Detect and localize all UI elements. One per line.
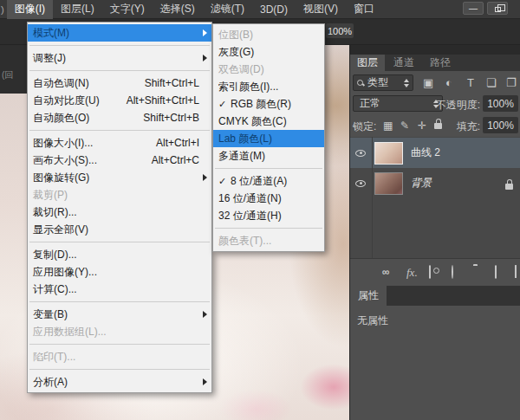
image-menu-separator	[29, 45, 210, 46]
menubar-item-8[interactable]: 窗口	[346, 0, 382, 19]
tab-properties[interactable]: 属性	[350, 286, 387, 306]
layer-filter-kind-dropdown[interactable]: 类型	[353, 74, 413, 91]
menu-item-label: 多通道(M)	[218, 149, 265, 164]
menubar-item-7[interactable]: 视图(V)	[296, 0, 346, 19]
fill-value-field[interactable]: 100%	[483, 117, 518, 133]
blend-mode-dropdown[interactable]: 正常	[353, 95, 443, 112]
tab-layers[interactable]: 图层	[350, 55, 385, 71]
layer-name[interactable]: 曲线 2	[411, 145, 440, 160]
lock-all-button[interactable]	[434, 120, 442, 132]
tab-channels[interactable]: 通道	[387, 55, 421, 71]
menu-item-label: Lab 颜色(L)	[218, 132, 272, 146]
toolbar-fragment-text: (回	[2, 69, 13, 81]
lock-position-icon[interactable]: ✛	[418, 120, 426, 132]
type-layer-filter-icon[interactable]: T	[467, 74, 474, 91]
menu-item-label: 16 位/通道(N)	[218, 191, 282, 206]
layer-filter-row: 类型 ▣◐T❏❐	[350, 73, 520, 93]
menu-item-label: 裁剪(P)	[33, 188, 68, 203]
menubar: ) 图像(I)图层(L)文字(Y)选择(S)滤镜(T)3D(D)视图(V)窗口 …	[0, 0, 520, 19]
image-menu-item-1[interactable]: 模式(M)	[28, 24, 211, 42]
minimize-button[interactable]: —	[463, 2, 484, 15]
menu-item-label: 自动颜色(O)	[33, 111, 89, 126]
mode-submenu-item-7[interactable]: Lab 颜色(L)	[213, 130, 324, 147]
submenu-arrow-icon	[203, 311, 207, 318]
tab-paths[interactable]: 路径	[423, 55, 458, 71]
eye-column-divider	[372, 137, 373, 258]
smart-object-filter-icon[interactable]: ❐	[506, 74, 517, 91]
image-menu-item-18[interactable]: 计算(C)...	[28, 281, 211, 298]
image-menu-item-7[interactable]: 自动颜色(O)Shift+Ctrl+B	[28, 109, 211, 126]
zoom-level-field[interactable]: 100%	[326, 23, 354, 38]
menu-item-shortcut: Alt+Ctrl+C	[141, 154, 199, 166]
menubar-item-1[interactable]: 图像(I)	[7, 0, 53, 19]
dropdown-spinner-icon	[404, 79, 409, 87]
submenu-arrow-icon	[203, 378, 207, 385]
mode-submenu-item-8[interactable]: 多通道(M)	[213, 147, 324, 165]
image-menu-item-17[interactable]: 应用图像(Y)...	[28, 263, 211, 281]
menu-item-label: 颜色表(T)...	[218, 234, 271, 249]
lock-label: 锁定:	[353, 120, 376, 134]
restore-button[interactable]	[487, 2, 508, 15]
image-menu-item-6[interactable]: 自动对比度(U)Alt+Shift+Ctrl+L	[28, 92, 211, 109]
layer-row-curves-2[interactable]: 曲线 2	[350, 138, 520, 168]
menu-item-shortcut: Alt+Shift+Ctrl+L	[116, 94, 199, 107]
image-menu-item-20[interactable]: 变量(B)	[28, 306, 211, 323]
menubar-item-3[interactable]: 文字(Y)	[102, 0, 153, 19]
layers-panel-footer: ∞ fx.	[350, 258, 520, 286]
menubar-item-6[interactable]: 3D(D)	[252, 0, 296, 19]
image-menu-item-25[interactable]: 分析(A)	[28, 373, 211, 391]
mode-submenu-item-12[interactable]: 32 位/通道(H)	[213, 207, 324, 224]
add-layer-mask-icon[interactable]	[429, 266, 431, 278]
menu-item-label: 裁切(R)...	[33, 205, 77, 220]
lock-transparency-icon[interactable]: ▦	[383, 120, 393, 132]
menu-item-label: 画布大小(S)...	[33, 153, 97, 168]
layer-row-background[interactable]: 背景	[350, 168, 520, 198]
menu-item-label: 图像旋转(G)	[33, 171, 89, 185]
layer-style-fx-icon[interactable]: fx.	[406, 266, 418, 280]
mode-submenu-item-2[interactable]: 灰度(G)	[213, 43, 324, 61]
mode-submenu-item-11[interactable]: 16 位/通道(N)	[213, 190, 324, 207]
visibility-eye-icon[interactable]	[355, 150, 366, 157]
checkmark-icon: ✓	[218, 99, 231, 110]
image-menu-item-13[interactable]: 裁切(R)...	[28, 204, 211, 221]
menu-item-shortcut: Shift+Ctrl+B	[133, 112, 199, 124]
new-adjustment-layer-icon[interactable]	[452, 266, 453, 278]
pixel-layer-filter-icon[interactable]: ▣	[423, 74, 433, 91]
lock-image-icon[interactable]: ✎	[400, 120, 409, 132]
opacity-value-field[interactable]: 100%	[483, 95, 518, 112]
menu-item-label: CMYK 颜色(C)	[218, 114, 287, 129]
mode-submenu-item-6[interactable]: CMYK 颜色(C)	[213, 113, 324, 130]
mode-submenu-item-10[interactable]: ✓8 位/通道(A)	[213, 172, 324, 190]
mode-submenu-item-4[interactable]: 索引颜色(I)...	[213, 78, 324, 95]
visibility-eye-icon[interactable]	[355, 180, 366, 187]
image-menu-item-3[interactable]: 调整(J)	[28, 49, 211, 67]
delete-layer-trash-icon[interactable]	[515, 266, 517, 278]
new-layer-icon[interactable]	[495, 266, 497, 278]
image-menu-item-5[interactable]: 自动色调(N)Shift+Ctrl+L	[28, 74, 211, 92]
image-menu-item-16[interactable]: 复制(D)...	[28, 246, 211, 263]
image-menu-item-9[interactable]: 图像大小(I)...Alt+Ctrl+I	[28, 134, 211, 152]
menubar-item-4[interactable]: 选择(S)	[153, 0, 203, 19]
mode-submenu-separator	[215, 228, 322, 229]
image-menu-item-11[interactable]: 图像旋转(G)	[28, 169, 211, 186]
menu-item-label: 应用数据组(L)...	[33, 325, 107, 339]
menubar-item-5[interactable]: 滤镜(T)	[203, 0, 252, 19]
image-menu-item-14[interactable]: 显示全部(V)	[28, 221, 211, 238]
menubar-left-fragment: )	[0, 4, 7, 15]
photoshop-window: 100% (回 ) 图像(I)图层(L)文字(Y)选择(S)滤镜(T)3D(D)…	[0, 0, 520, 420]
layer-name[interactable]: 背景	[411, 176, 432, 191]
link-layers-icon[interactable]: ∞	[382, 266, 389, 278]
layer-thumbnail[interactable]	[374, 142, 403, 165]
shape-layer-filter-icon[interactable]: ❏	[486, 74, 497, 91]
menu-item-label: 应用图像(Y)...	[33, 265, 97, 280]
menubar-item-2[interactable]: 图层(L)	[53, 0, 102, 19]
image-menu-item-10[interactable]: 画布大小(S)...Alt+Ctrl+C	[28, 152, 211, 169]
mode-submenu-item-5[interactable]: ✓RGB 颜色(R)	[213, 95, 324, 113]
fill-label: 填充:	[457, 120, 480, 134]
menu-item-label: 8 位/通道(A)	[231, 174, 287, 189]
layer-thumbnail[interactable]	[374, 172, 403, 195]
background-lock-icon	[505, 180, 513, 192]
blend-mode-value: 正常	[360, 96, 380, 111]
adjustment-layer-filter-icon[interactable]: ◐	[445, 74, 452, 91]
menubar-items: 图像(I)图层(L)文字(Y)选择(S)滤镜(T)3D(D)视图(V)窗口	[7, 0, 382, 19]
